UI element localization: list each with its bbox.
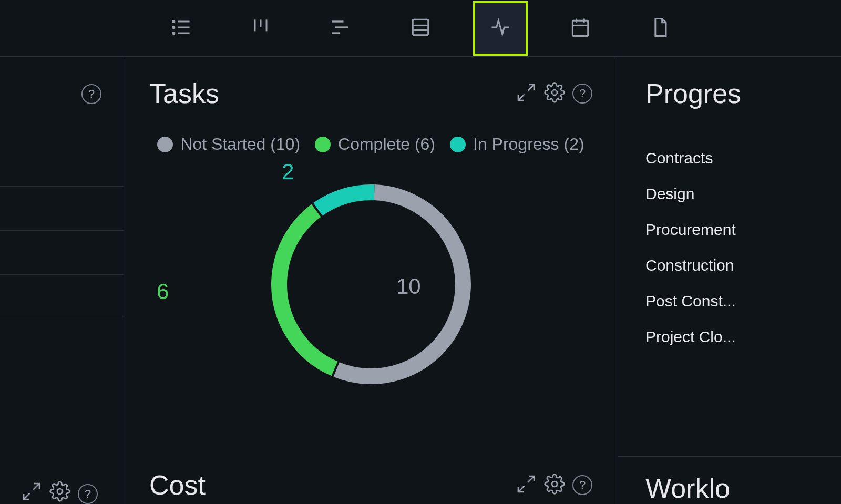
settings-button[interactable]: [49, 481, 70, 504]
activity-view-icon: [489, 16, 512, 41]
progress-title: Progres: [645, 78, 841, 109]
tasks-donut-chart: 2 6 10: [149, 163, 592, 395]
gear-icon: [544, 82, 565, 105]
top-toolbar: [0, 0, 841, 57]
list-view-button[interactable]: [155, 2, 207, 55]
legend-item-not-started[interactable]: Not Started (10): [157, 135, 300, 154]
tasks-card: Tasks ?: [124, 57, 618, 448]
main-content: ? ? Tasks: [0, 57, 841, 504]
expand-button[interactable]: [516, 474, 537, 497]
gantt-view-button[interactable]: [314, 2, 367, 55]
calendar-view-button[interactable]: [554, 2, 607, 55]
progress-item[interactable]: Project Clo...: [645, 328, 841, 346]
svg-point-4: [173, 26, 175, 28]
progress-item[interactable]: Procurement: [645, 221, 841, 239]
progress-item[interactable]: Post Const...: [645, 292, 841, 310]
gantt-view-icon: [329, 16, 352, 41]
svg-rect-15: [572, 20, 588, 36]
svg-point-30: [552, 481, 557, 487]
legend-label: In Progress (2): [473, 135, 584, 154]
help-button[interactable]: ?: [572, 84, 592, 104]
table-view-icon: [409, 16, 432, 41]
legend-label: Complete (6): [338, 135, 435, 154]
legend-item-complete[interactable]: Complete (6): [315, 135, 435, 154]
table-view-button[interactable]: [394, 2, 447, 55]
expand-button[interactable]: [21, 481, 42, 504]
left-sidebar: ? ?: [0, 57, 124, 504]
progress-item[interactable]: Design: [645, 185, 841, 203]
svg-point-3: [173, 20, 175, 22]
svg-line-22: [528, 85, 534, 91]
legend-dot: [157, 137, 173, 152]
list-view-icon: [169, 16, 192, 41]
settings-button[interactable]: [544, 474, 565, 497]
svg-line-23: [518, 94, 525, 100]
document-view-button[interactable]: [634, 2, 686, 55]
svg-line-28: [528, 476, 534, 482]
expand-icon: [516, 474, 537, 497]
progress-list: Contracts Design Procurement Constructio…: [645, 149, 841, 346]
progress-card: Progres Contracts Design Procurement Con…: [618, 57, 841, 504]
legend-item-in-progress[interactable]: In Progress (2): [450, 135, 584, 154]
sidebar-rows: [0, 186, 124, 318]
cost-title: Cost: [149, 469, 206, 501]
settings-button[interactable]: [544, 82, 565, 105]
donut-label-not-started: 10: [396, 274, 421, 299]
donut-label-in-progress: 2: [282, 159, 294, 184]
gear-icon: [49, 481, 70, 504]
svg-line-19: [33, 484, 39, 490]
legend-dot: [315, 137, 331, 152]
svg-point-5: [173, 32, 175, 34]
gear-icon: [544, 474, 565, 497]
help-button[interactable]: ?: [78, 484, 98, 504]
svg-line-29: [518, 486, 525, 492]
cost-card: Cost ?: [124, 448, 618, 504]
sidebar-row[interactable]: [0, 186, 124, 230]
sidebar-row[interactable]: [0, 274, 124, 318]
progress-item[interactable]: Construction: [645, 256, 841, 274]
help-button[interactable]: ?: [81, 84, 101, 104]
svg-point-24: [552, 90, 557, 95]
legend-label: Not Started (10): [180, 135, 300, 154]
svg-rect-12: [413, 19, 428, 35]
legend-dot: [450, 137, 466, 152]
calendar-view-icon: [569, 16, 592, 41]
document-view-icon: [649, 16, 672, 41]
help-button[interactable]: ?: [572, 475, 592, 495]
board-view-icon: [249, 16, 272, 41]
board-view-button[interactable]: [234, 2, 287, 55]
expand-icon: [21, 481, 42, 504]
sidebar-row[interactable]: [0, 230, 124, 274]
tasks-legend: Not Started (10) Complete (6) In Progres…: [149, 135, 592, 154]
tasks-title: Tasks: [149, 78, 219, 109]
svg-point-21: [57, 489, 63, 494]
expand-button[interactable]: [516, 82, 537, 105]
progress-item[interactable]: Contracts: [645, 149, 841, 167]
donut-label-complete: 6: [157, 279, 169, 304]
activity-view-button[interactable]: [474, 2, 527, 55]
workload-title: Worklo: [645, 472, 841, 504]
center-column: Tasks ?: [124, 57, 618, 504]
svg-line-20: [24, 493, 30, 499]
expand-icon: [516, 82, 537, 105]
